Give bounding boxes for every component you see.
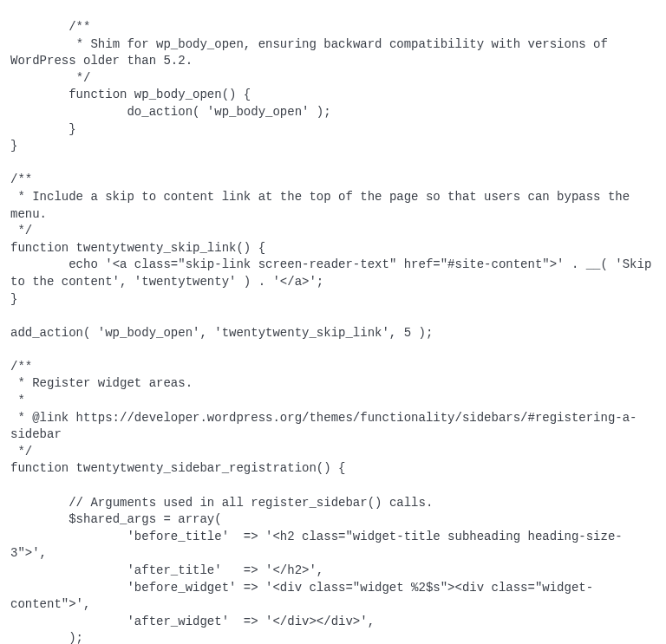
php-source-code: /** * Shim for wp_body_open, ensuring ba… — [0, 12, 666, 644]
